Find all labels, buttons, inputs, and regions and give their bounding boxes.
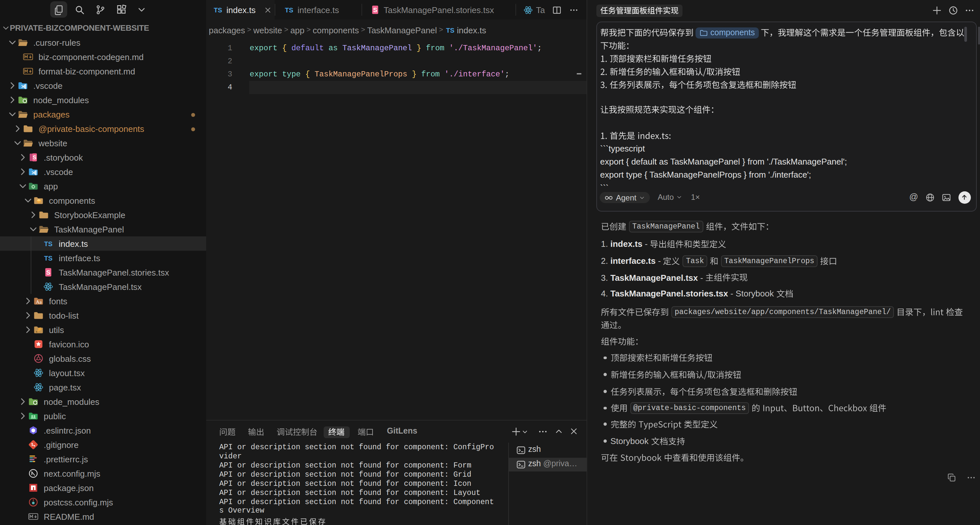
svg-text:S: S [373, 6, 377, 13]
svg-text:TS: TS [285, 6, 293, 14]
svg-text:Aa: Aa [36, 299, 42, 305]
svg-text:TS: TS [44, 240, 52, 247]
svg-text:TS: TS [44, 255, 52, 262]
svg-text:S: S [46, 269, 51, 276]
svg-text:TS: TS [446, 27, 455, 34]
svg-text:S: S [33, 155, 36, 161]
svg-text:TS: TS [214, 6, 222, 14]
